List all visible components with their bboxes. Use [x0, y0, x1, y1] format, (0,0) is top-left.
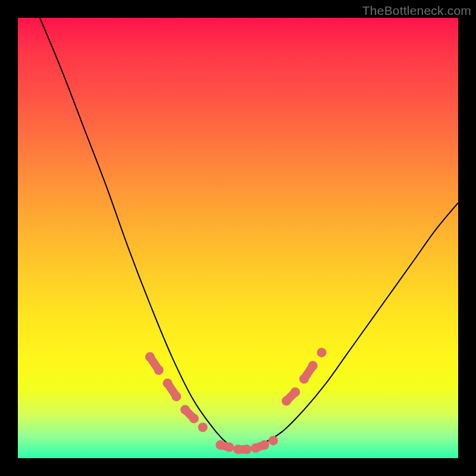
svg-point-21	[233, 444, 243, 454]
curve-svg	[18, 18, 458, 458]
svg-point-31	[290, 387, 300, 397]
svg-point-9	[171, 392, 181, 401]
svg-point-8	[163, 378, 173, 388]
svg-point-23	[251, 443, 261, 453]
svg-point-32	[299, 374, 309, 384]
svg-point-20	[224, 443, 234, 452]
svg-point-30	[281, 396, 291, 406]
svg-point-7	[154, 365, 164, 375]
highlight-markers	[145, 347, 327, 454]
bottleneck-curve-line	[40, 18, 458, 450]
svg-point-24	[259, 440, 269, 450]
svg-point-19	[215, 440, 225, 450]
chart-container: TheBottleneck.com	[0, 0, 476, 476]
svg-point-12	[198, 422, 208, 432]
svg-point-34	[317, 347, 327, 357]
svg-point-22	[242, 444, 252, 454]
svg-point-33	[308, 361, 318, 371]
svg-point-11	[189, 414, 199, 423]
plot-area	[18, 18, 458, 458]
svg-point-6	[145, 352, 155, 362]
watermark-text: TheBottleneck.com	[362, 4, 471, 18]
svg-point-10	[180, 405, 190, 415]
svg-point-25	[268, 436, 278, 445]
